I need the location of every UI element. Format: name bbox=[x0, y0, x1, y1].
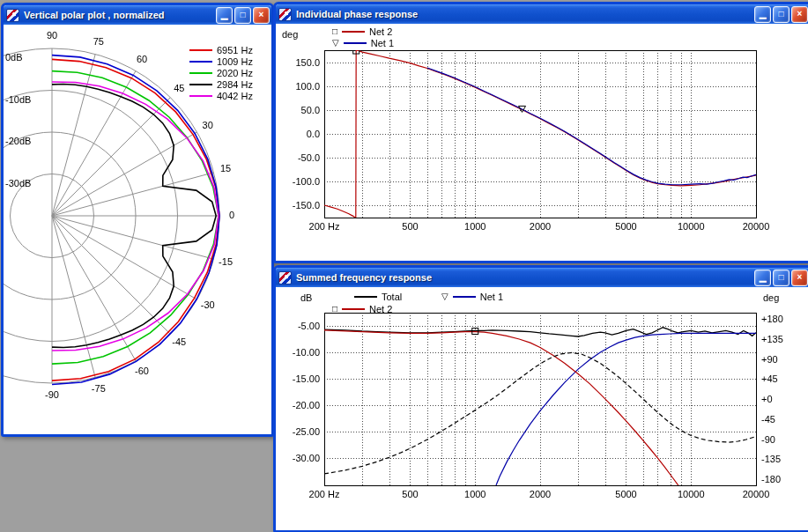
window-title: Vertical polar plot , normalized bbox=[22, 10, 214, 20]
close-button[interactable]: × bbox=[791, 6, 808, 23]
legend-swatch bbox=[344, 42, 367, 44]
legend-label: Total bbox=[382, 292, 402, 302]
summed-client: Total ▽Net 1 □Net 2 bbox=[276, 287, 804, 525]
legend-label: 2984 Hz bbox=[217, 79, 253, 90]
close-button[interactable]: × bbox=[791, 270, 808, 286]
triangle-marker-icon: ▽ bbox=[332, 39, 339, 48]
legend-swatch bbox=[189, 72, 212, 74]
legend-swatch bbox=[189, 61, 212, 63]
window-title: Individual phase response bbox=[294, 9, 752, 19]
summed-titlebar[interactable]: Summed frequency response ▁ □ × bbox=[276, 268, 808, 287]
maximize-button[interactable]: □ bbox=[234, 7, 251, 24]
legend-swatch bbox=[342, 31, 365, 33]
window-title: Summed frequency response bbox=[294, 272, 752, 283]
legend-item: 2020 Hz bbox=[185, 67, 253, 78]
legend-item: 2984 Hz bbox=[185, 78, 253, 90]
legend-item: ▽Net 1 bbox=[332, 37, 394, 48]
phase-client: □Net 2 ▽Net 1 bbox=[276, 24, 804, 255]
legend-swatch bbox=[189, 84, 212, 85]
polar-legend: 6951 Hz 1009 Hz 2020 Hz 2984 Hz 4042 Hz bbox=[185, 44, 253, 101]
polar-client: 6951 Hz 1009 Hz 2020 Hz 2984 Hz 4042 Hz bbox=[4, 25, 266, 429]
legend-label: Net 1 bbox=[371, 38, 394, 48]
legend-label: Net 2 bbox=[369, 304, 392, 314]
legend-item: □Net 2 bbox=[332, 303, 392, 314]
polar-titlebar[interactable]: Vertical polar plot , normalized ▁ □ × bbox=[4, 5, 271, 25]
minimize-button[interactable]: ▁ bbox=[754, 270, 771, 286]
legend-item: 6951 Hz bbox=[185, 44, 253, 55]
window-icon bbox=[278, 8, 292, 21]
legend-swatch bbox=[189, 49, 212, 51]
legend-swatch bbox=[342, 308, 365, 310]
legend-item: □Net 2 bbox=[332, 26, 394, 37]
legend-label: 4042 Hz bbox=[217, 91, 253, 101]
legend-item: ▽Net 1 bbox=[441, 291, 503, 302]
window-icon bbox=[278, 271, 292, 284]
phase-legend: □Net 2 ▽Net 1 bbox=[332, 26, 394, 48]
maximize-button[interactable]: □ bbox=[773, 6, 789, 23]
legend-label: Net 1 bbox=[480, 292, 503, 302]
square-marker-icon: □ bbox=[332, 27, 337, 36]
close-button[interactable]: × bbox=[253, 7, 270, 24]
legend-item: Total bbox=[350, 291, 402, 302]
phase-chart-canvas bbox=[276, 24, 804, 255]
legend-swatch bbox=[354, 296, 377, 298]
triangle-marker-icon: ▽ bbox=[441, 292, 448, 301]
legend-label: 1009 Hz bbox=[217, 56, 253, 67]
legend-label: Net 2 bbox=[369, 26, 392, 37]
square-marker-icon: □ bbox=[332, 305, 337, 314]
legend-swatch bbox=[189, 95, 212, 97]
phase-window: Individual phase response ▁ □ × □Net 2 ▽… bbox=[273, 2, 808, 263]
phase-titlebar[interactable]: Individual phase response ▁ □ × bbox=[276, 4, 808, 24]
legend-item: 1009 Hz bbox=[185, 55, 253, 67]
polar-window: Vertical polar plot , normalized ▁ □ × 6… bbox=[1, 3, 274, 437]
maximize-button[interactable]: □ bbox=[773, 270, 789, 286]
legend-swatch bbox=[453, 296, 476, 298]
window-icon bbox=[6, 9, 19, 22]
legend-label: 6951 Hz bbox=[217, 45, 253, 55]
summed-window: Summed frequency response ▁ □ × Total ▽N… bbox=[273, 265, 808, 532]
minimize-button[interactable]: ▁ bbox=[216, 7, 233, 24]
summed-chart-canvas bbox=[276, 287, 804, 525]
legend-label: 2020 Hz bbox=[217, 68, 253, 78]
legend-item: 4042 Hz bbox=[185, 90, 253, 101]
minimize-button[interactable]: ▁ bbox=[754, 6, 771, 23]
